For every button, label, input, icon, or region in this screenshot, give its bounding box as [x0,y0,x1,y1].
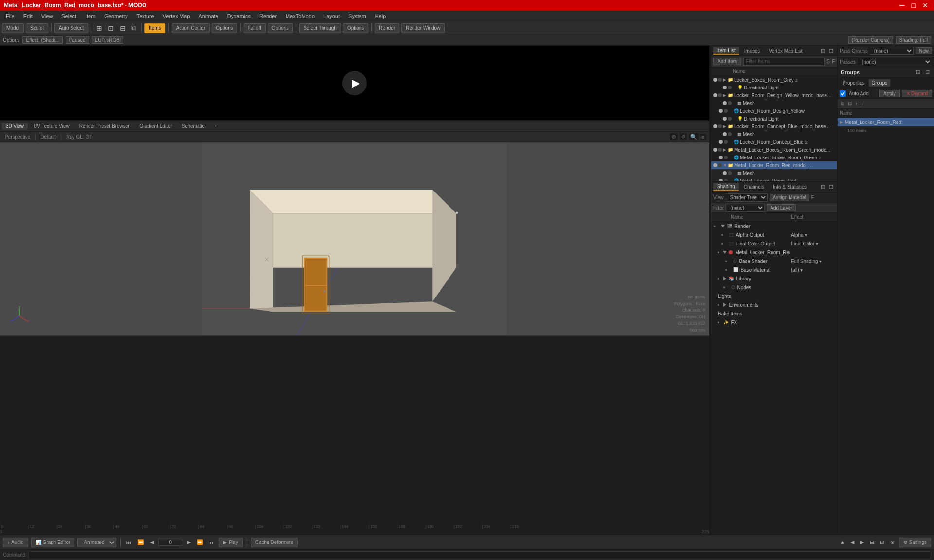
settings-button[interactable]: ⚙ Settings [899,538,931,547]
menu-vertex-map[interactable]: Vertex Map [159,12,194,20]
menu-file[interactable]: File [2,12,18,20]
lut-label[interactable]: LUT: sRGB [92,36,123,44]
tab-uv-texture[interactable]: UV Texture View [30,122,73,130]
label-9[interactable]: Metal_Locker_Boxes_Room_Green_modo... [734,147,837,153]
viewport-3d[interactable]: X Y Z No Items Polygons : Face Channels:… [0,142,709,335]
render-camera-label[interactable]: (Render Camera) [848,36,893,44]
label-13[interactable]: Metal_Locker_Room_Red [740,178,837,181]
s-toggle[interactable]: S [826,59,830,64]
shader-row-metal[interactable]: ● Metal_Locker_Room_Red [711,248,837,257]
shader-row-base-material[interactable]: ● ⬜ Base Material (all) ▾ [711,265,837,274]
tab-groups[interactable]: Groups [869,79,891,87]
shader-row-final-color[interactable]: ● ⬚ Final Color Output Final Color ▾ [711,239,837,248]
auto-select-button[interactable]: Auto Select [54,23,88,33]
transport-prev[interactable]: ⏪ [136,539,145,546]
tree-item-8[interactable]: 🌐 Locker_Room_Concept_Blue 2 [711,138,837,146]
menu-texture[interactable]: Texture [133,12,158,20]
tree-item-0[interactable]: ▶ 📁 Locker_Boxes_Room_Grey 2 [711,76,837,84]
command-input[interactable] [28,551,931,559]
bb-icon1[interactable]: ⊞ [839,539,846,546]
frame-input[interactable]: 0 [158,539,182,546]
shader-label-render[interactable]: Render [734,224,790,229]
shading-contract-icon[interactable]: ⊟ [827,183,835,191]
shader-row-nodes[interactable]: ● ⬡ Nodes [711,283,837,292]
arrow-0[interactable]: ▶ [723,77,728,82]
shader-tree-select[interactable]: Shader Tree [726,193,768,202]
bb-icon5[interactable]: ⊡ [879,539,886,546]
menu-animate[interactable]: Animate [195,12,222,20]
shader-tri-6[interactable] [723,277,726,280]
perspective-ctrl[interactable]: Perspective [3,134,32,140]
tree-item-2[interactable]: ▶ 📁 Locker_Room_Design_Yellow_modo_base.… [711,91,837,99]
label-2[interactable]: Locker_Room_Design_Yellow_modo_base... [734,93,837,98]
minimize-button[interactable]: ─ [898,1,907,9]
menu-system[interactable]: System [344,12,370,20]
cache-deformers-button[interactable]: Cache Deformers [251,538,298,547]
label-0[interactable]: Locker_Boxes_Room_Grey 2 [734,77,837,83]
auto-add-check[interactable]: Auto Add [840,90,869,97]
transport-next-end[interactable]: ⏭ [208,539,216,546]
label-11[interactable]: Metal_Locker_Room_Red_modo_… [734,163,837,168]
tab-render-preset[interactable]: Render Preset Browser [75,122,134,130]
tab-shading[interactable]: Shading [713,183,739,191]
g-icon-4[interactable]: ↓ [860,101,864,106]
arrow-11[interactable]: ▼ [723,163,728,168]
shader-label-lights[interactable]: Lights [718,294,835,299]
label-4[interactable]: Locker_Room_Design_Yellow [740,108,837,114]
g-item-arrow[interactable]: ▶ [840,120,843,124]
tab-gradient-editor[interactable]: Gradient Editor [136,122,176,130]
arrow-9[interactable]: ▶ [723,147,728,152]
shader-eye-envs[interactable]: ● [717,302,719,307]
panel-contract-icon[interactable]: ⊟ [827,47,835,54]
shader-eye-4[interactable]: ● [725,259,727,263]
auto-add-checkbox[interactable] [840,90,846,97]
tree-item-9[interactable]: ▶ 📁 Metal_Locker_Boxes_Room_Green_modo..… [711,146,837,154]
transport-next-frame[interactable]: ▶ [185,539,192,546]
vp-search-icon[interactable]: 🔍 [689,133,699,140]
maximize-button[interactable]: □ [910,1,917,9]
label-6[interactable]: Locker_Room_Concept_Blue_modo_base... [734,124,837,129]
vp-settings-icon[interactable]: ⚙ [670,133,678,140]
options2-button[interactable]: Options [268,23,293,33]
tree-item-1[interactable]: 💡 Directional Light [711,84,837,91]
paused-label[interactable]: Paused [66,36,89,44]
pass-new-button[interactable]: New [916,47,932,54]
options3-button[interactable]: Options [343,23,368,33]
shader-row-alpha[interactable]: ● ⬚ Alpha Output Alpha ▾ [711,230,837,239]
shader-row-lights[interactable]: Lights [711,292,837,300]
default-ctrl[interactable]: Default [38,134,58,140]
action-center-button[interactable]: Action Center [172,23,210,33]
tab-properties[interactable]: Properties [840,79,868,87]
shader-row-envs[interactable]: ● Environments [711,300,837,309]
passes-select[interactable]: (none) [858,58,932,66]
f-toggle[interactable]: F [832,59,835,64]
render-window-button[interactable]: Render Window [401,23,445,33]
shader-label-alpha[interactable]: Alpha Output [736,232,790,238]
menu-view[interactable]: View [37,12,57,20]
menu-maxtomodo[interactable]: MaxToModo [282,12,319,20]
groups-expand-icon[interactable]: ⊞ [915,69,922,76]
tree-item-10[interactable]: 🌐 Metal_Locker_Boxes_Room_Green 2 [711,154,837,161]
add-item-button[interactable]: Add Item [713,58,741,65]
shader-tri-envs[interactable] [723,303,726,307]
toolbar-icon4[interactable]: ⧉ [129,23,138,33]
shader-label-bake[interactable]: Bake Items [718,311,835,316]
menu-geometry[interactable]: Geometry [100,12,131,20]
tab-vertex-map[interactable]: Vertex Map List [765,47,807,54]
menu-select[interactable]: Select [57,12,80,20]
transport-prev-end[interactable]: ⏮ [125,539,133,546]
toolbar-icon1[interactable]: ⊞ [94,23,104,33]
tab-images[interactable]: Images [740,47,764,54]
tab-item-list[interactable]: Item List [713,47,739,55]
tab-schematic[interactable]: Schematic [178,122,209,130]
shader-label-metal[interactable]: Metal_Locker_Room_Red [735,250,790,255]
shader-eye-6[interactable]: ● [717,276,719,281]
shading-full-label[interactable]: Shading: Full [896,36,931,44]
shader-tri-3[interactable] [723,251,727,254]
apply-button[interactable]: Apply [879,90,900,97]
menu-layout[interactable]: Layout [320,12,343,20]
label-8[interactable]: Locker_Room_Concept_Blue 2 [740,140,837,145]
tree-item-7[interactable]: ▦ Mesh [711,130,837,138]
shader-label-envs[interactable]: Environments [729,302,835,308]
item-tree[interactable]: ▶ 📁 Locker_Boxes_Room_Grey 2 💡 Direction… [711,76,837,181]
